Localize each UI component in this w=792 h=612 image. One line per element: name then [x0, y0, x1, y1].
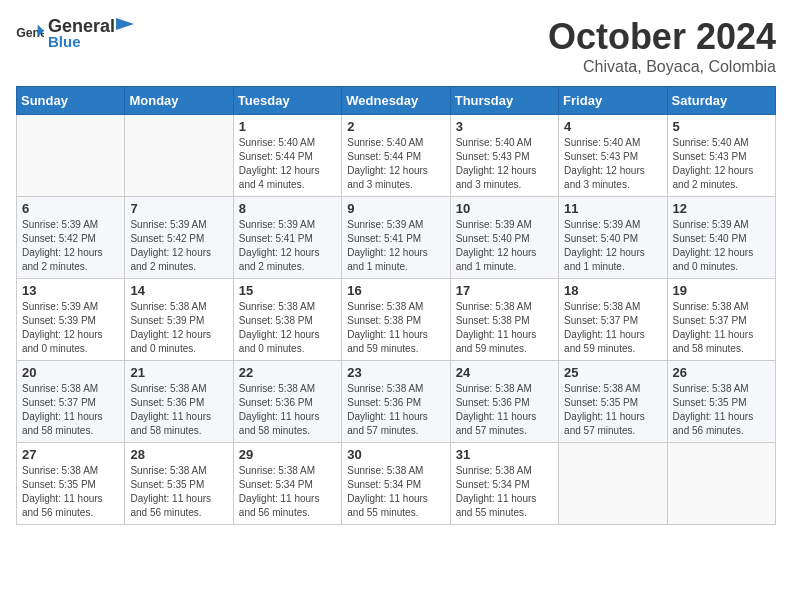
weekday-header-wednesday: Wednesday — [342, 87, 450, 115]
calendar-cell: 10Sunrise: 5:39 AM Sunset: 5:40 PM Dayli… — [450, 197, 558, 279]
day-number: 2 — [347, 119, 444, 134]
calendar-cell: 13Sunrise: 5:39 AM Sunset: 5:39 PM Dayli… — [17, 279, 125, 361]
weekday-header-sunday: Sunday — [17, 87, 125, 115]
logo-arrow-icon — [116, 16, 134, 32]
day-detail: Sunrise: 5:38 AM Sunset: 5:35 PM Dayligh… — [564, 382, 661, 438]
calendar-cell: 20Sunrise: 5:38 AM Sunset: 5:37 PM Dayli… — [17, 361, 125, 443]
day-detail: Sunrise: 5:38 AM Sunset: 5:34 PM Dayligh… — [239, 464, 336, 520]
calendar-cell: 27Sunrise: 5:38 AM Sunset: 5:35 PM Dayli… — [17, 443, 125, 525]
day-detail: Sunrise: 5:39 AM Sunset: 5:41 PM Dayligh… — [239, 218, 336, 274]
calendar-cell: 21Sunrise: 5:38 AM Sunset: 5:36 PM Dayli… — [125, 361, 233, 443]
calendar-cell: 11Sunrise: 5:39 AM Sunset: 5:40 PM Dayli… — [559, 197, 667, 279]
day-detail: Sunrise: 5:39 AM Sunset: 5:41 PM Dayligh… — [347, 218, 444, 274]
day-detail: Sunrise: 5:40 AM Sunset: 5:44 PM Dayligh… — [239, 136, 336, 192]
calendar-cell: 1Sunrise: 5:40 AM Sunset: 5:44 PM Daylig… — [233, 115, 341, 197]
day-number: 6 — [22, 201, 119, 216]
calendar-cell: 23Sunrise: 5:38 AM Sunset: 5:36 PM Dayli… — [342, 361, 450, 443]
day-detail: Sunrise: 5:39 AM Sunset: 5:42 PM Dayligh… — [22, 218, 119, 274]
day-number: 26 — [673, 365, 770, 380]
weekday-header-saturday: Saturday — [667, 87, 775, 115]
weekday-header-tuesday: Tuesday — [233, 87, 341, 115]
day-number: 13 — [22, 283, 119, 298]
day-number: 9 — [347, 201, 444, 216]
calendar-cell — [125, 115, 233, 197]
day-number: 14 — [130, 283, 227, 298]
day-detail: Sunrise: 5:39 AM Sunset: 5:39 PM Dayligh… — [22, 300, 119, 356]
day-detail: Sunrise: 5:38 AM Sunset: 5:35 PM Dayligh… — [673, 382, 770, 438]
calendar-cell: 30Sunrise: 5:38 AM Sunset: 5:34 PM Dayli… — [342, 443, 450, 525]
day-number: 8 — [239, 201, 336, 216]
calendar-cell — [559, 443, 667, 525]
day-number: 24 — [456, 365, 553, 380]
calendar-cell: 9Sunrise: 5:39 AM Sunset: 5:41 PM Daylig… — [342, 197, 450, 279]
logo: General General Blue — [16, 16, 135, 50]
day-detail: Sunrise: 5:38 AM Sunset: 5:35 PM Dayligh… — [22, 464, 119, 520]
weekday-header-monday: Monday — [125, 87, 233, 115]
day-number: 17 — [456, 283, 553, 298]
day-detail: Sunrise: 5:38 AM Sunset: 5:37 PM Dayligh… — [564, 300, 661, 356]
day-detail: Sunrise: 5:38 AM Sunset: 5:35 PM Dayligh… — [130, 464, 227, 520]
calendar-cell: 8Sunrise: 5:39 AM Sunset: 5:41 PM Daylig… — [233, 197, 341, 279]
calendar-cell — [667, 443, 775, 525]
day-number: 7 — [130, 201, 227, 216]
day-detail: Sunrise: 5:38 AM Sunset: 5:36 PM Dayligh… — [456, 382, 553, 438]
day-number: 27 — [22, 447, 119, 462]
calendar-cell: 7Sunrise: 5:39 AM Sunset: 5:42 PM Daylig… — [125, 197, 233, 279]
calendar-cell: 29Sunrise: 5:38 AM Sunset: 5:34 PM Dayli… — [233, 443, 341, 525]
location-title: Chivata, Boyaca, Colombia — [548, 58, 776, 76]
calendar-week-row: 27Sunrise: 5:38 AM Sunset: 5:35 PM Dayli… — [17, 443, 776, 525]
calendar-cell: 24Sunrise: 5:38 AM Sunset: 5:36 PM Dayli… — [450, 361, 558, 443]
day-detail: Sunrise: 5:40 AM Sunset: 5:44 PM Dayligh… — [347, 136, 444, 192]
day-detail: Sunrise: 5:38 AM Sunset: 5:34 PM Dayligh… — [347, 464, 444, 520]
day-number: 23 — [347, 365, 444, 380]
day-number: 22 — [239, 365, 336, 380]
day-detail: Sunrise: 5:38 AM Sunset: 5:38 PM Dayligh… — [347, 300, 444, 356]
calendar-week-row: 13Sunrise: 5:39 AM Sunset: 5:39 PM Dayli… — [17, 279, 776, 361]
calendar-cell: 19Sunrise: 5:38 AM Sunset: 5:37 PM Dayli… — [667, 279, 775, 361]
calendar-cell: 5Sunrise: 5:40 AM Sunset: 5:43 PM Daylig… — [667, 115, 775, 197]
calendar-cell: 22Sunrise: 5:38 AM Sunset: 5:36 PM Dayli… — [233, 361, 341, 443]
day-detail: Sunrise: 5:38 AM Sunset: 5:34 PM Dayligh… — [456, 464, 553, 520]
day-number: 11 — [564, 201, 661, 216]
day-number: 15 — [239, 283, 336, 298]
day-detail: Sunrise: 5:38 AM Sunset: 5:39 PM Dayligh… — [130, 300, 227, 356]
calendar-cell: 17Sunrise: 5:38 AM Sunset: 5:38 PM Dayli… — [450, 279, 558, 361]
calendar-cell: 16Sunrise: 5:38 AM Sunset: 5:38 PM Dayli… — [342, 279, 450, 361]
header: General General Blue October 2024 Chivat… — [16, 16, 776, 76]
calendar-cell: 18Sunrise: 5:38 AM Sunset: 5:37 PM Dayli… — [559, 279, 667, 361]
day-number: 20 — [22, 365, 119, 380]
day-detail: Sunrise: 5:38 AM Sunset: 5:37 PM Dayligh… — [22, 382, 119, 438]
day-detail: Sunrise: 5:39 AM Sunset: 5:40 PM Dayligh… — [456, 218, 553, 274]
calendar-cell: 26Sunrise: 5:38 AM Sunset: 5:35 PM Dayli… — [667, 361, 775, 443]
calendar-cell: 3Sunrise: 5:40 AM Sunset: 5:43 PM Daylig… — [450, 115, 558, 197]
day-detail: Sunrise: 5:39 AM Sunset: 5:40 PM Dayligh… — [673, 218, 770, 274]
calendar-cell: 2Sunrise: 5:40 AM Sunset: 5:44 PM Daylig… — [342, 115, 450, 197]
svg-marker-2 — [116, 18, 134, 30]
calendar-cell: 31Sunrise: 5:38 AM Sunset: 5:34 PM Dayli… — [450, 443, 558, 525]
logo-icon: General — [16, 23, 44, 43]
day-detail: Sunrise: 5:38 AM Sunset: 5:36 PM Dayligh… — [130, 382, 227, 438]
day-number: 1 — [239, 119, 336, 134]
day-detail: Sunrise: 5:38 AM Sunset: 5:38 PM Dayligh… — [456, 300, 553, 356]
day-number: 12 — [673, 201, 770, 216]
day-detail: Sunrise: 5:38 AM Sunset: 5:37 PM Dayligh… — [673, 300, 770, 356]
calendar-header-row: SundayMondayTuesdayWednesdayThursdayFrid… — [17, 87, 776, 115]
day-number: 30 — [347, 447, 444, 462]
weekday-header-friday: Friday — [559, 87, 667, 115]
day-detail: Sunrise: 5:40 AM Sunset: 5:43 PM Dayligh… — [673, 136, 770, 192]
calendar-week-row: 20Sunrise: 5:38 AM Sunset: 5:37 PM Dayli… — [17, 361, 776, 443]
day-number: 25 — [564, 365, 661, 380]
calendar-week-row: 6Sunrise: 5:39 AM Sunset: 5:42 PM Daylig… — [17, 197, 776, 279]
weekday-header-thursday: Thursday — [450, 87, 558, 115]
day-number: 18 — [564, 283, 661, 298]
calendar-cell: 6Sunrise: 5:39 AM Sunset: 5:42 PM Daylig… — [17, 197, 125, 279]
calendar-cell: 14Sunrise: 5:38 AM Sunset: 5:39 PM Dayli… — [125, 279, 233, 361]
calendar-week-row: 1Sunrise: 5:40 AM Sunset: 5:44 PM Daylig… — [17, 115, 776, 197]
calendar-cell: 25Sunrise: 5:38 AM Sunset: 5:35 PM Dayli… — [559, 361, 667, 443]
calendar-cell — [17, 115, 125, 197]
calendar-cell: 12Sunrise: 5:39 AM Sunset: 5:40 PM Dayli… — [667, 197, 775, 279]
calendar-cell: 4Sunrise: 5:40 AM Sunset: 5:43 PM Daylig… — [559, 115, 667, 197]
day-detail: Sunrise: 5:38 AM Sunset: 5:38 PM Dayligh… — [239, 300, 336, 356]
day-number: 31 — [456, 447, 553, 462]
month-title: October 2024 — [548, 16, 776, 58]
